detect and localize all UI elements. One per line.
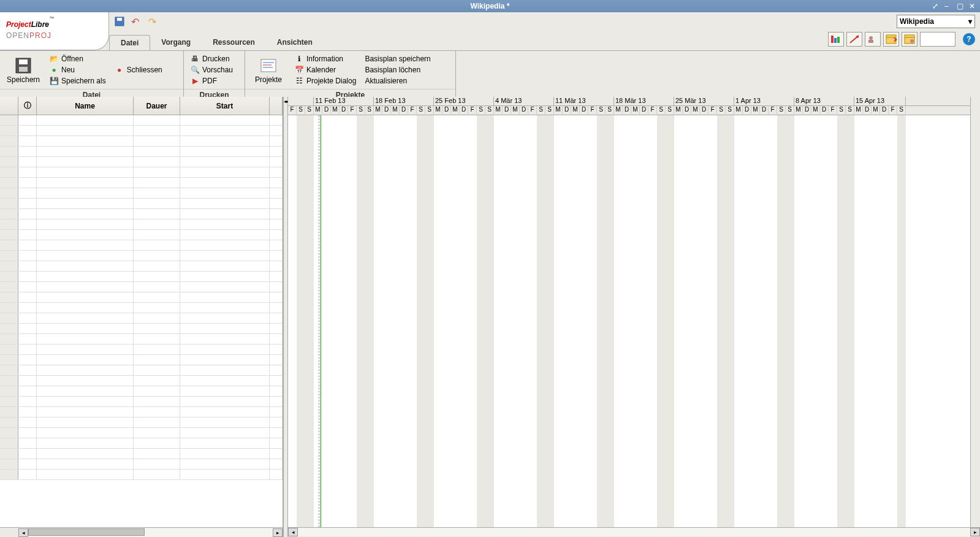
- scroll-left-icon[interactable]: ◂: [18, 528, 28, 537]
- table-row[interactable]: [0, 313, 283, 324]
- close-button[interactable]: ●Schliessen: [112, 64, 165, 75]
- table-row[interactable]: [0, 459, 283, 470]
- table-row[interactable]: [0, 324, 283, 334]
- preview-button[interactable]: 🔍Vorschau: [188, 64, 235, 75]
- table-row[interactable]: [0, 261, 283, 272]
- update-button[interactable]: Aktualisieren: [362, 76, 433, 86]
- gantt-week-label: 15 Apr 13: [854, 97, 906, 105]
- baseline-clear-button[interactable]: Basisplan löchen: [362, 65, 433, 75]
- view-resources-icon[interactable]: [865, 32, 881, 47]
- save-button[interactable]: Speichern: [4, 53, 43, 86]
- table-row[interactable]: [0, 188, 283, 199]
- table-row[interactable]: [0, 167, 283, 178]
- table-row[interactable]: [0, 334, 283, 345]
- restore-icon[interactable]: ⤢: [932, 2, 941, 10]
- scroll-right-icon[interactable]: ▸: [273, 528, 283, 537]
- h-scroll-thumb[interactable]: [28, 528, 145, 536]
- table-row[interactable]: [0, 272, 283, 282]
- svg-point-6: [856, 36, 859, 38]
- redo-icon[interactable]: ↷: [148, 16, 161, 28]
- view-gantt-icon[interactable]: [828, 32, 844, 47]
- table-row[interactable]: [0, 126, 283, 136]
- row-header-corner[interactable]: [0, 97, 18, 115]
- view-network-icon[interactable]: [846, 32, 862, 47]
- svg-rect-8: [868, 40, 873, 43]
- svg-rect-17: [19, 67, 28, 72]
- view-report-icon[interactable]: [902, 32, 917, 47]
- project-selector[interactable]: Wikipedia: [897, 15, 975, 28]
- column-info[interactable]: ⓘ: [18, 97, 37, 115]
- column-extra[interactable]: [270, 97, 283, 115]
- print-icon: 🖶: [190, 54, 200, 64]
- new-button[interactable]: ●Neu: [47, 64, 108, 75]
- maximize-icon[interactable]: ▢: [957, 2, 965, 10]
- table-row[interactable]: [0, 438, 283, 449]
- table-row[interactable]: [0, 219, 283, 230]
- help-button[interactable]: ?: [963, 33, 975, 45]
- table-row[interactable]: [0, 428, 283, 438]
- table-row[interactable]: [0, 199, 283, 209]
- svg-point-7: [869, 36, 873, 40]
- table-row[interactable]: [0, 157, 283, 167]
- table-row[interactable]: [0, 115, 283, 126]
- table-row[interactable]: [0, 376, 283, 386]
- table-row[interactable]: [0, 449, 283, 459]
- table-row[interactable]: [0, 147, 283, 157]
- save-icon[interactable]: [114, 16, 126, 28]
- calendar-button[interactable]: 📅Kalender: [292, 64, 359, 75]
- gantt-week-label: 11 Mär 13: [554, 97, 614, 105]
- table-h-scrollbar[interactable]: ◂ ▸: [0, 527, 283, 537]
- open-button[interactable]: 📂Öffnen: [47, 53, 108, 64]
- table-row[interactable]: [0, 178, 283, 188]
- save-as-button[interactable]: 💾Speichern als: [47, 75, 108, 86]
- projects-button[interactable]: Projekte: [249, 53, 288, 86]
- table-row[interactable]: [0, 240, 283, 251]
- table-row[interactable]: [0, 345, 283, 355]
- table-row[interactable]: [0, 303, 283, 313]
- gantt-week-label: 11 Feb 13: [314, 97, 374, 105]
- information-button[interactable]: ℹInformation: [292, 53, 359, 64]
- close-file-icon: ●: [115, 65, 124, 75]
- table-row[interactable]: [0, 251, 283, 261]
- baseline-save-button[interactable]: Basisplan speichern: [362, 54, 433, 64]
- gantt-v-scrollbar[interactable]: [970, 97, 980, 527]
- column-name[interactable]: Name: [37, 97, 134, 115]
- tab-ressourcen[interactable]: Ressourcen: [202, 35, 266, 50]
- undo-icon[interactable]: ↶: [131, 16, 143, 28]
- table-row[interactable]: [0, 292, 283, 303]
- dialog-icon: ☷: [294, 76, 304, 86]
- table-row[interactable]: [0, 397, 283, 407]
- column-dauer[interactable]: Dauer: [134, 97, 180, 115]
- search-input[interactable]: [920, 32, 955, 47]
- gantt-week-label: 25 Feb 13: [434, 97, 494, 105]
- app-logo: ProjectLibre™ OPENPROJ: [0, 12, 109, 50]
- gantt-scroll-left-icon[interactable]: ◂: [288, 528, 298, 536]
- splitter[interactable]: ◂▸: [283, 97, 288, 537]
- table-row[interactable]: [0, 386, 283, 397]
- view-rbs-icon[interactable]: ✕: [883, 32, 899, 47]
- projects-dialog-button[interactable]: ☷Projekte Dialog: [292, 75, 359, 86]
- table-row[interactable]: [0, 365, 283, 376]
- column-start[interactable]: Start: [180, 97, 270, 115]
- table-row[interactable]: [0, 230, 283, 240]
- table-row[interactable]: [0, 407, 283, 417]
- tab-vorgang[interactable]: Vorgang: [150, 35, 202, 50]
- close-icon[interactable]: ✕: [969, 2, 978, 10]
- table-row[interactable]: [0, 470, 283, 480]
- titlebar: Wikipedia * ⤢ – ▢ ✕: [0, 0, 980, 12]
- minimize-icon[interactable]: –: [944, 2, 953, 10]
- table-row[interactable]: [0, 355, 283, 365]
- gantt-scroll-right-icon[interactable]: ▸: [970, 528, 980, 536]
- table-row[interactable]: [0, 136, 283, 147]
- pdf-button[interactable]: ▶PDF: [188, 75, 235, 86]
- print-button[interactable]: 🖶Drucken: [188, 53, 235, 64]
- gantt-week-label: 18 Mär 13: [614, 97, 674, 105]
- gantt-week-label: 4 Mär 13: [494, 97, 554, 105]
- table-row[interactable]: [0, 417, 283, 428]
- tab-ansichten[interactable]: Ansichten: [266, 35, 324, 50]
- today-line: [321, 115, 321, 527]
- table-row[interactable]: [0, 209, 283, 219]
- table-row[interactable]: [0, 282, 283, 292]
- tab-datei[interactable]: Datei: [109, 35, 150, 50]
- gantt-h-scrollbar[interactable]: ◂ ▸: [288, 527, 980, 537]
